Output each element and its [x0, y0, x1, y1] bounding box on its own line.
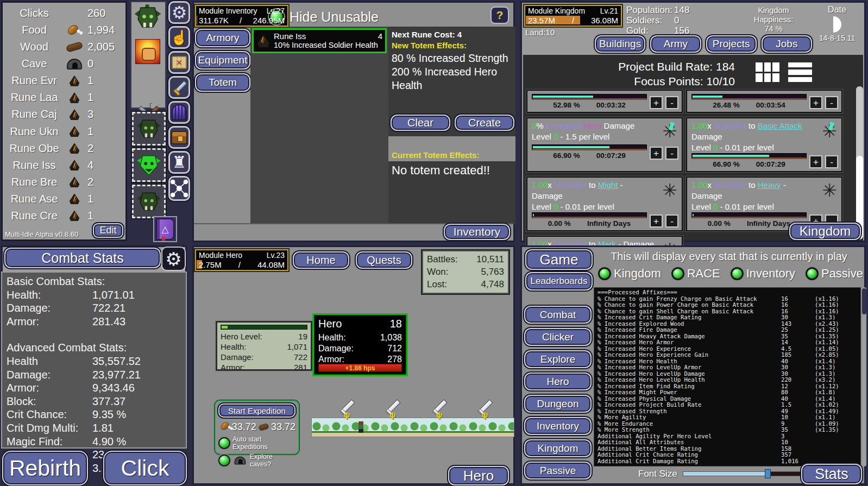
stats-nav-button[interactable]: Explore — [524, 350, 592, 368]
skill-tree-icon[interactable] — [168, 176, 190, 201]
stat-source-toggle[interactable] — [806, 267, 819, 280]
game-button[interactable]: Game — [525, 249, 593, 270]
stat-source-label: Kingdom — [614, 267, 661, 281]
hero-level-value: 18 — [390, 317, 402, 330]
resource-icon — [64, 160, 85, 171]
stat-source-toggle[interactable] — [731, 267, 744, 280]
power-fist-icon[interactable] — [135, 39, 160, 64]
leaderboards-button[interactable]: Leaderboards — [525, 272, 593, 291]
kingdom-castle-icon[interactable]: ♜ — [168, 151, 190, 174]
font-size-slider[interactable] — [683, 471, 815, 476]
stat-list: ===Processed Affixes=== % Chance to gain… — [594, 287, 861, 466]
project-minus-button[interactable]: - — [665, 214, 678, 228]
expedition-box: Start Expedition 33.72 33.72 Auto start … — [215, 400, 299, 455]
hero-name: Hero — [318, 317, 342, 330]
project-minus-button[interactable]: - — [825, 96, 838, 109]
create-button[interactable]: Create — [455, 115, 514, 131]
help-button[interactable]: ? — [490, 7, 509, 24]
monster-card-2[interactable] — [132, 148, 166, 182]
resource-value: 2 — [85, 142, 123, 155]
version-label: Multi-Idle Alpha v0.8.60 — [5, 230, 78, 238]
kingdom-tab[interactable]: Projects — [706, 35, 757, 53]
resource-value: 2,005 — [85, 41, 123, 53]
explore-caves-toggle[interactable] — [218, 455, 230, 466]
inventory-tab[interactable]: Equipment — [195, 51, 250, 70]
inventory-chest-icon[interactable] — [168, 126, 190, 149]
stat-row: % Chance to gain Power Charge on Basic A… — [597, 302, 857, 308]
inventory-item-rune-iss[interactable]: Rune Iss 4 10% Increased Soldier Health — [252, 28, 387, 53]
hero-tab[interactable]: Quests — [356, 251, 412, 269]
inventory-tab[interactable]: Totem — [195, 73, 250, 92]
stat-row: % Increased Hero LevelUp Armor30(x1.3) — [597, 364, 857, 371]
stats-nav-button[interactable]: Passive — [524, 462, 592, 479]
hero-stat-row: Armor:278 — [318, 354, 402, 365]
orc-menu-icon[interactable] — [134, 3, 162, 34]
settings-gear-icon[interactable]: ⚙ — [168, 1, 190, 24]
kingdom-tab[interactable]: Jobs — [762, 35, 812, 53]
project-plus-button[interactable]: + — [650, 147, 663, 160]
project-plus-button[interactable]: + — [650, 214, 663, 228]
stats-footer-button[interactable]: Stats — [801, 464, 862, 484]
hero-hp-bar: +1.86 hps — [318, 364, 402, 372]
explore-caves-label: Explore caves? — [250, 453, 295, 468]
spellbook-icon[interactable]: △ — [153, 216, 177, 242]
edit-button[interactable]: Edit — [93, 223, 123, 238]
click-button[interactable]: Click — [103, 451, 187, 485]
combat-sword-icon[interactable] — [168, 76, 190, 99]
kingdom-scrollbar[interactable] — [856, 86, 863, 239]
focus-label: Focus Points: — [634, 75, 703, 87]
clicker-hand-icon[interactable]: ☝ — [168, 26, 190, 49]
resource-icon — [64, 43, 85, 51]
project-minus-button[interactable]: - — [665, 96, 678, 109]
stats-scrollbar[interactable] — [862, 287, 866, 466]
inventory-footer-button[interactable]: Inventory — [444, 224, 510, 240]
inventory-tab[interactable]: Armory — [195, 29, 250, 47]
project-plus-button[interactable]: + — [650, 96, 663, 109]
rebirth-button[interactable]: Rebirth — [2, 451, 88, 485]
stats-nav-button[interactable]: Combat — [524, 306, 592, 324]
battle-stat-row: Battles:10,511 — [427, 253, 504, 266]
stats-nav-button[interactable]: Dungeon — [524, 395, 592, 413]
stat-source-toggle[interactable] — [671, 267, 684, 280]
list-view-icon[interactable] — [788, 62, 812, 82]
project-progress-bar — [691, 153, 807, 159]
hero-tab[interactable]: Home — [293, 251, 349, 269]
resource-value: 1 — [85, 193, 123, 205]
stats-nav-button[interactable]: Kingdom — [524, 439, 592, 457]
stats-panel: Game Leaderboards This will display ever… — [520, 245, 866, 485]
dungeon-gate-icon[interactable] — [168, 101, 190, 124]
inventory-panel: Module InventoryLv.27 311.67K/246.95M Hi… — [192, 1, 515, 242]
stats-nav-button[interactable]: Inventory — [524, 417, 592, 435]
clear-button[interactable]: Clear — [391, 115, 450, 131]
auto-expedition-toggle[interactable] — [218, 437, 230, 449]
kingdom-tab[interactable]: Buildings — [595, 35, 645, 53]
kingdom-stat-row: Population:148 — [626, 5, 689, 15]
monster-card-1[interactable] — [132, 112, 166, 146]
project-flower-icon: ✳ — [822, 180, 837, 201]
kingdom-tab[interactable]: Army — [650, 35, 701, 53]
project-percent: 0.00 % — [708, 219, 731, 228]
project-minus-button[interactable]: - — [825, 155, 838, 168]
stats-nav-button[interactable]: Clicker — [524, 328, 592, 346]
grid-view-icon[interactable] — [756, 62, 779, 82]
hero-sprite — [358, 421, 363, 433]
hero-footer-button[interactable]: Hero — [448, 466, 509, 485]
project-plus-button[interactable]: + — [809, 155, 822, 168]
stat-source-toggle[interactable] — [598, 267, 611, 280]
stat-list-header: ===Processed Affixes=== — [597, 289, 857, 296]
battles-box: Battles:10,511Won:5,763Lost:4,748 — [422, 250, 509, 294]
stats-scrollbar-thumb[interactable] — [862, 288, 866, 314]
totem-effect-line: 200 % Increased Hero Health — [392, 65, 513, 92]
kingdom-footer-button[interactable]: Kingdom — [789, 223, 861, 240]
resource-label: Food — [5, 24, 64, 36]
stats-nav-button[interactable]: Hero — [524, 373, 592, 390]
project-minus-button[interactable]: - — [665, 147, 678, 160]
monster-card-3[interactable] — [132, 185, 166, 218]
start-expedition-button[interactable]: Start Expedition — [218, 403, 295, 418]
explore-map-icon[interactable]: ✕ — [168, 51, 190, 74]
combat-gear-button[interactable]: ⚙ — [161, 247, 186, 271]
combat-stats-header-button[interactable]: Combat Stats — [4, 248, 161, 268]
resource-value: 1 — [85, 210, 123, 222]
font-size-slider-thumb[interactable] — [765, 469, 771, 478]
project-plus-button[interactable]: + — [809, 96, 822, 109]
